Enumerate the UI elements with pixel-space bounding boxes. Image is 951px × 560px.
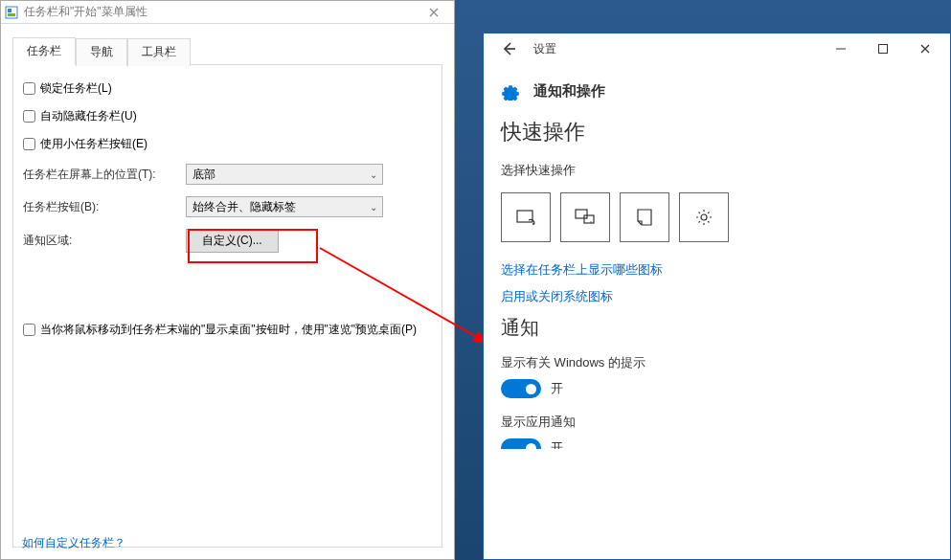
- close-button[interactable]: [904, 35, 946, 62]
- link-taskbar-icons[interactable]: 选择在任务栏上显示哪些图标: [501, 261, 933, 279]
- buttons-label: 任务栏按钮(B):: [23, 199, 186, 215]
- small-buttons-checkbox[interactable]: [23, 138, 35, 150]
- autohide-row: 自动隐藏任务栏(U): [23, 108, 432, 124]
- toggle-apps: 开: [501, 438, 933, 458]
- lock-taskbar-row: 锁定任务栏(L): [23, 80, 432, 97]
- svg-rect-6: [517, 211, 532, 222]
- buttons-dropdown[interactable]: 始终合并、隐藏标签 ⌄: [186, 196, 383, 217]
- lock-taskbar-label: 锁定任务栏(L): [40, 80, 112, 97]
- tab-strip: 任务栏 导航 工具栏: [1, 24, 454, 65]
- window-title: 任务栏和"开始"菜单属性: [24, 4, 414, 20]
- window-buttons: [820, 35, 946, 62]
- notify-area-row: 通知区域: 自定义(C)...: [23, 229, 432, 253]
- app-icon: [5, 6, 18, 19]
- svg-rect-5: [879, 45, 888, 54]
- notifications-heading: 通知: [501, 315, 933, 341]
- notify-area-label: 通知区域:: [23, 233, 186, 249]
- close-button[interactable]: [414, 1, 454, 23]
- tile-tablet-mode[interactable]: [501, 192, 551, 242]
- toggle-tips: 开: [501, 379, 933, 398]
- toggle-tips-row: 显示有关 Windows 的提示 开: [501, 354, 933, 398]
- buttons-value: 始终合并、隐藏标签: [192, 199, 296, 215]
- toggle-apps-label: 显示应用通知: [501, 414, 933, 431]
- quick-actions-sub: 选择快速操作: [501, 162, 933, 179]
- settings-header-text: 通知和操作: [533, 82, 605, 101]
- toggle-tips-label: 显示有关 Windows 的提示: [501, 354, 933, 371]
- buttons-row: 任务栏按钮(B): 始终合并、隐藏标签 ⌄: [23, 196, 432, 217]
- quick-actions-heading: 快速操作: [501, 118, 933, 146]
- toggle-apps-text: 开: [551, 439, 563, 457]
- settings-body: 通知和操作 快速操作 选择快速操作 选择在任务栏上显示哪些图标 启用或关闭系统图…: [484, 64, 950, 482]
- svg-point-11: [701, 214, 707, 220]
- chevron-down-icon: ⌄: [370, 169, 377, 180]
- tab-toolbars[interactable]: 工具栏: [127, 38, 191, 66]
- back-button[interactable]: [495, 35, 522, 62]
- peek-checkbox[interactable]: [23, 324, 35, 336]
- tile-all-settings[interactable]: [679, 192, 729, 242]
- svg-point-7: [532, 223, 534, 225]
- minimize-button[interactable]: [820, 35, 862, 62]
- gear-icon: [501, 81, 520, 101]
- svg-rect-2: [8, 13, 15, 16]
- maximize-button[interactable]: [862, 35, 904, 62]
- tab-navigation[interactable]: 导航: [76, 38, 127, 66]
- customize-button[interactable]: 自定义(C)...: [186, 229, 279, 253]
- position-dropdown[interactable]: 底部 ⌄: [186, 164, 383, 185]
- toggle-apps-switch[interactable]: [501, 438, 541, 458]
- toggle-apps-row: 显示应用通知 开: [501, 414, 933, 458]
- svg-rect-1: [8, 9, 11, 12]
- tab-taskbar[interactable]: 任务栏: [12, 37, 76, 65]
- svg-point-10: [590, 221, 591, 222]
- position-label: 任务栏在屏幕上的位置(T):: [23, 167, 186, 183]
- peek-label: 当你将鼠标移动到任务栏末端的"显示桌面"按钮时，使用"速览"预览桌面(P): [40, 322, 417, 338]
- settings-header: 通知和操作: [501, 74, 933, 118]
- peek-row: 当你将鼠标移动到任务栏末端的"显示桌面"按钮时，使用"速览"预览桌面(P): [23, 322, 432, 338]
- lock-taskbar-checkbox[interactable]: [23, 82, 35, 95]
- position-value: 底部: [192, 167, 215, 183]
- chevron-down-icon: ⌄: [370, 202, 377, 213]
- small-buttons-row: 使用小任务栏按钮(E): [23, 136, 432, 152]
- link-system-icons[interactable]: 启用或关闭系统图标: [501, 288, 933, 305]
- settings-titlebar: 设置: [484, 34, 950, 64]
- toggle-tips-text: 开: [551, 380, 563, 397]
- settings-window-title: 设置: [533, 41, 820, 57]
- taskbar-properties-window: 任务栏和"开始"菜单属性 任务栏 导航 工具栏 锁定任务栏(L) 自动隐藏任务栏…: [0, 0, 455, 560]
- tile-connect[interactable]: [560, 192, 610, 242]
- tile-note[interactable]: [620, 192, 669, 242]
- svg-rect-8: [576, 210, 587, 218]
- tab-content: 锁定任务栏(L) 自动隐藏任务栏(U) 使用小任务栏按钮(E) 任务栏在屏幕上的…: [12, 64, 442, 548]
- autohide-label: 自动隐藏任务栏(U): [40, 108, 137, 124]
- help-link[interactable]: 如何自定义任务栏？: [22, 536, 125, 549]
- titlebar: 任务栏和"开始"菜单属性: [1, 1, 454, 24]
- autohide-checkbox[interactable]: [23, 110, 35, 123]
- settings-window: 设置 通知和操作 快速操作 选择快速操作: [483, 33, 951, 560]
- quick-action-tiles: [501, 192, 933, 242]
- toggle-tips-switch[interactable]: [501, 379, 541, 398]
- position-row: 任务栏在屏幕上的位置(T): 底部 ⌄: [23, 164, 432, 185]
- svg-rect-9: [584, 215, 594, 223]
- small-buttons-label: 使用小任务栏按钮(E): [40, 136, 147, 152]
